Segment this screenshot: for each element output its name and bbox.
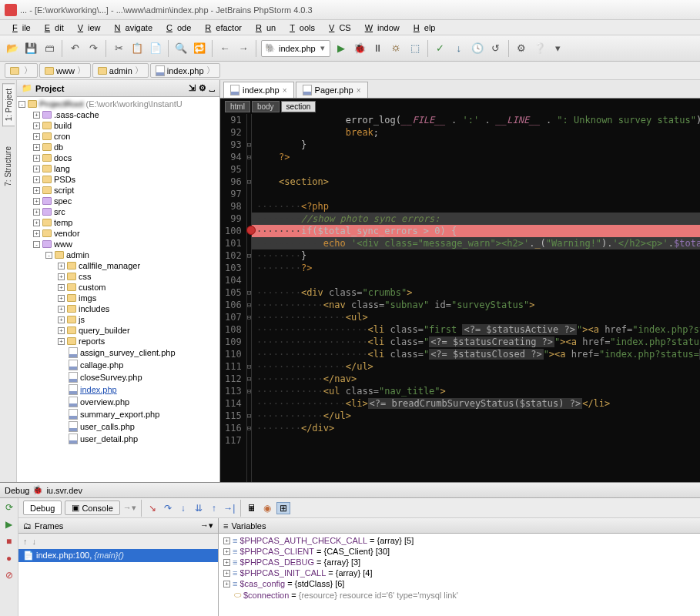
path-segment[interactable]: html bbox=[225, 101, 250, 112]
copy-icon[interactable]: 📋 bbox=[129, 41, 145, 56]
layout-icon[interactable]: ⊞ bbox=[276, 502, 290, 514]
undo-icon[interactable]: ↶ bbox=[67, 41, 82, 56]
debug-tab-console[interactable]: ▣Console bbox=[65, 500, 119, 515]
tree-item[interactable]: +lang bbox=[18, 163, 218, 174]
show-exec-point-icon[interactable]: ↘ bbox=[146, 502, 159, 514]
step-out-icon[interactable]: ↑ bbox=[208, 502, 220, 514]
tree-item[interactable]: +spec bbox=[18, 196, 218, 206]
frames-list[interactable]: 📄 index.php:100, {main}() bbox=[18, 549, 218, 616]
menu-file[interactable]: File bbox=[3, 22, 35, 34]
tree-item[interactable]: index.php bbox=[18, 383, 218, 396]
tree-item[interactable]: +query_builder bbox=[18, 325, 218, 336]
tree-item[interactable]: callage.php bbox=[18, 359, 218, 371]
tree-item[interactable]: +docs bbox=[18, 152, 218, 163]
menu-vcs[interactable]: VCS bbox=[320, 22, 356, 34]
menu-navigate[interactable]: Navigate bbox=[106, 22, 157, 34]
tree-item[interactable]: +src bbox=[18, 206, 218, 217]
editor-tab[interactable]: index.php× bbox=[223, 82, 294, 98]
tree-item[interactable]: +temp bbox=[18, 217, 218, 228]
cut-icon[interactable]: ✂ bbox=[111, 41, 126, 56]
tree-item[interactable]: +PSDs bbox=[18, 174, 218, 185]
tree-item[interactable]: +.sass-cache bbox=[18, 109, 218, 120]
frame-up-icon[interactable]: ↑ bbox=[23, 537, 28, 546]
redo-icon[interactable]: ↷ bbox=[85, 41, 101, 56]
tree-item[interactable]: +custom bbox=[18, 282, 218, 293]
menu-tools[interactable]: Tools bbox=[280, 22, 320, 34]
variables-list[interactable]: + ≡ $PHPCAS_AUTH_CHECK_CALL = {array} [5… bbox=[219, 534, 700, 616]
help-icon[interactable]: ❔ bbox=[532, 41, 548, 56]
find-icon[interactable]: 🔍 bbox=[173, 41, 189, 56]
debug-icon[interactable]: 🐞 bbox=[352, 41, 367, 56]
menu-view[interactable]: View bbox=[69, 22, 106, 34]
paste-icon[interactable]: 📄 bbox=[148, 41, 163, 56]
tree-item[interactable]: -www bbox=[18, 239, 218, 249]
vcs-commit-icon[interactable]: ✓ bbox=[433, 41, 448, 56]
breadcrumb-item[interactable]: 〉 bbox=[5, 63, 38, 78]
run-icon[interactable]: ▶ bbox=[333, 41, 349, 56]
tree-item[interactable]: +callfile_manager bbox=[18, 260, 218, 271]
vcs-revert-icon[interactable]: ↺ bbox=[488, 41, 504, 56]
breakpoint-icon[interactable] bbox=[246, 226, 256, 235]
project-tree[interactable]: -ProjectRoot (E:\work\working\InstantU+.… bbox=[17, 97, 219, 482]
tree-item[interactable]: +css bbox=[18, 271, 218, 282]
side-tab[interactable]: 1: Project bbox=[2, 83, 15, 126]
debug-tab-debug[interactable]: Debug bbox=[23, 500, 62, 515]
step-over-icon[interactable]: ↷ bbox=[162, 502, 174, 514]
menu-code[interactable]: Code bbox=[157, 22, 196, 34]
tree-item[interactable]: +cron bbox=[18, 131, 218, 142]
resume-icon[interactable]: ▶ bbox=[3, 518, 15, 531]
variable-row[interactable]: + ≡ $PHPCAS_INIT_CALL = {array} [4] bbox=[223, 567, 695, 578]
menu-window[interactable]: Window bbox=[356, 22, 404, 34]
settings-icon[interactable]: ⚙ bbox=[514, 41, 529, 56]
collapse-icon[interactable]: ⇲ bbox=[189, 83, 196, 93]
code-editor[interactable]: 9192939495969798991001011021031041051061… bbox=[220, 114, 700, 482]
evaluate-icon[interactable]: 🖩 bbox=[246, 502, 258, 514]
menu-edit[interactable]: Edit bbox=[35, 22, 69, 34]
gear-icon[interactable]: ⚙ bbox=[199, 83, 206, 93]
tree-item[interactable]: user_calls.php bbox=[18, 420, 218, 433]
dbg-dropdown-icon[interactable]: →▾ bbox=[123, 503, 136, 513]
run-to-cursor-icon[interactable]: →| bbox=[223, 502, 236, 514]
close-icon[interactable]: × bbox=[357, 86, 361, 95]
tb-icon-2[interactable]: ⬚ bbox=[407, 41, 423, 56]
menu-run[interactable]: Run bbox=[246, 22, 280, 34]
vcs-update-icon[interactable]: ↓ bbox=[451, 41, 467, 56]
tree-item[interactable]: +reports bbox=[18, 336, 218, 346]
tree-item[interactable]: +db bbox=[18, 142, 218, 152]
breadcrumb-item[interactable]: admin〉 bbox=[92, 63, 149, 78]
frames-dropdown-icon[interactable]: →▾ bbox=[200, 521, 213, 531]
tree-item[interactable]: +build bbox=[18, 120, 218, 131]
mute-breakpoints-icon[interactable]: ⊘ bbox=[3, 569, 15, 581]
tree-item[interactable]: +imgs bbox=[18, 293, 218, 303]
variable-row[interactable]: + ≡ $PHPCAS_CLIENT = {CAS_Client} [30] bbox=[223, 546, 695, 557]
frame-down-icon[interactable]: ↓ bbox=[32, 537, 37, 546]
path-segment[interactable]: body bbox=[252, 101, 280, 112]
save-all-icon[interactable]: 🗃 bbox=[42, 41, 57, 56]
save-icon[interactable]: 💾 bbox=[23, 41, 39, 56]
tb-dropdown-icon[interactable]: ▾ bbox=[551, 41, 566, 56]
vcs-history-icon[interactable]: 🕓 bbox=[470, 41, 485, 56]
tree-item[interactable]: +vendor bbox=[18, 228, 218, 239]
tree-item[interactable]: +js bbox=[18, 314, 218, 325]
tree-item[interactable]: assign_survey_client.php bbox=[18, 346, 218, 359]
variable-row[interactable]: ⬭ $connection = {resource} resource id='… bbox=[223, 589, 695, 601]
tree-item[interactable]: -admin bbox=[18, 249, 218, 260]
back-icon[interactable]: ← bbox=[217, 41, 233, 56]
tree-item[interactable]: summary_export.php bbox=[18, 408, 218, 420]
tb-icon-1[interactable]: ⛭ bbox=[389, 41, 404, 56]
code-content[interactable]: error_log(__FILE__ . ':' . __LINE__ . ":… bbox=[252, 114, 700, 482]
close-icon[interactable]: × bbox=[283, 86, 287, 95]
path-segment[interactable]: section bbox=[281, 101, 317, 112]
tree-root[interactable]: -ProjectRoot (E:\work\working\InstantU bbox=[18, 99, 218, 109]
view-breakpoints-icon[interactable]: ● bbox=[3, 552, 15, 564]
replace-icon[interactable]: 🔁 bbox=[192, 41, 207, 56]
tree-item[interactable]: user_detail.php bbox=[18, 433, 218, 445]
tree-item[interactable]: +includes bbox=[18, 303, 218, 314]
variable-row[interactable]: + ≡ $cas_config = {stdClass} [6] bbox=[223, 578, 695, 589]
tree-item[interactable]: overview.php bbox=[18, 396, 218, 408]
breadcrumb-item[interactable]: www〉 bbox=[39, 63, 91, 78]
hide-icon[interactable]: ⎵ bbox=[209, 84, 215, 93]
menu-help[interactable]: Help bbox=[404, 22, 440, 34]
open-icon[interactable]: 📂 bbox=[5, 41, 20, 56]
menu-refactor[interactable]: Refactor bbox=[196, 22, 246, 34]
